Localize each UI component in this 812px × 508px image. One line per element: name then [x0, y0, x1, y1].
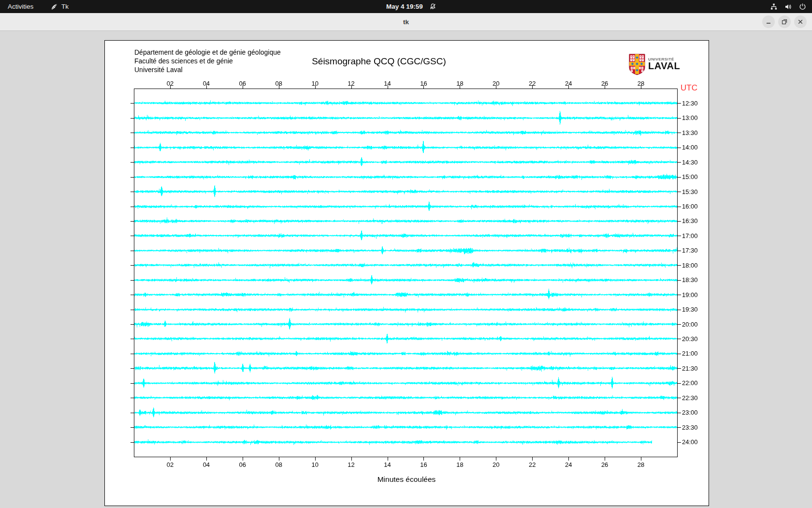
x-tick-label-bottom: 24 [565, 461, 572, 468]
plot-title: Séismographe QCQ (CGC/GSC) [312, 56, 446, 67]
x-tick-label-top: 22 [529, 80, 536, 87]
clock-label: May 4 19:59 [386, 3, 423, 10]
x-tick-label-top: 04 [203, 80, 210, 87]
close-icon [797, 18, 804, 26]
utc-time-label: 18:30 [682, 276, 698, 284]
x-tick-label-bottom: 12 [348, 461, 354, 468]
power-icon [799, 3, 806, 10]
utc-time-label: 14:30 [682, 159, 698, 166]
university-laval-logo: UNIVERSITÉ LAVAL [629, 54, 680, 75]
volume-icon [784, 3, 792, 11]
x-tick-label-bottom: 22 [529, 461, 536, 468]
utc-time-label: 16:00 [682, 203, 698, 210]
minimize-button[interactable] [762, 15, 775, 28]
network-wired-icon [770, 3, 778, 11]
system-menu-button[interactable] [770, 0, 806, 13]
x-tick-label-bottom: 06 [239, 461, 246, 468]
close-button[interactable] [794, 15, 807, 28]
app-indicator-label: Tk [61, 3, 69, 10]
utc-time-label: 17:30 [682, 247, 698, 254]
utc-time-label: 12:30 [682, 100, 698, 107]
utc-time-label: 13:30 [682, 129, 698, 136]
logo-line-laval: LAVAL [648, 61, 680, 70]
x-axis-label: Minutes écoulées [377, 475, 436, 484]
restore-button[interactable] [778, 15, 791, 28]
x-tick-label-top: 14 [384, 80, 391, 87]
utc-time-label: 23:30 [682, 424, 698, 431]
restore-icon [781, 18, 788, 26]
institution-header: Département de géologie et de génie géol… [134, 48, 281, 74]
utc-time-label: 22:30 [682, 394, 698, 402]
utc-time-label: 17:00 [682, 232, 698, 239]
clock-menu-button[interactable]: May 4 19:59 [386, 0, 436, 13]
x-tick-label-top: 26 [601, 80, 608, 87]
x-tick-label-top: 12 [348, 80, 354, 87]
x-tick-label-top: 02 [167, 80, 174, 87]
x-tick-label-top: 20 [493, 80, 499, 87]
activities-button[interactable]: Activities [5, 0, 36, 13]
utc-time-label: 13:00 [682, 114, 698, 121]
x-tick-label-top: 08 [275, 80, 282, 87]
utc-time-label: 19:00 [682, 291, 698, 299]
notifications-muted-icon [429, 3, 436, 10]
seismograph-canvas: 0202040406060808101012121414161618182020… [104, 40, 709, 506]
utc-time-label: 23:00 [682, 409, 698, 416]
x-tick-label-bottom: 08 [275, 461, 282, 468]
x-tick-label-bottom: 04 [203, 461, 210, 468]
x-tick-label-bottom: 16 [420, 461, 427, 468]
utc-time-label: 15:00 [682, 173, 698, 180]
tk-window-background: 0202040406060808101012121414161618182020… [0, 31, 812, 508]
header-line-3: Université Laval [134, 65, 281, 74]
helicorder-plot [105, 41, 709, 506]
x-tick-label-bottom: 18 [456, 461, 463, 468]
utc-label: UTC [681, 83, 697, 93]
tk-feather-icon [50, 3, 58, 11]
x-tick-label-top: 18 [456, 80, 463, 87]
utc-time-label: 24:00 [682, 438, 698, 446]
utc-time-label: 16:30 [682, 217, 698, 224]
top-bar: Activities Tk May 4 19:59 [0, 0, 812, 13]
header-line-2: Faculté des sciences et de génie [134, 57, 281, 65]
x-tick-label-top: 10 [311, 80, 318, 87]
header-line-1: Département de géologie et de génie géol… [134, 48, 281, 57]
utc-time-label: 18:00 [682, 262, 698, 269]
window-titlebar[interactable]: tk [0, 13, 812, 31]
utc-time-label: 15:30 [682, 188, 698, 195]
x-tick-label-top: 16 [420, 80, 427, 87]
x-tick-label-bottom: 14 [384, 461, 391, 468]
x-tick-label-bottom: 02 [167, 461, 174, 468]
x-tick-label-bottom: 20 [493, 461, 499, 468]
utc-time-label: 22:00 [682, 379, 698, 387]
utc-time-label: 20:00 [682, 321, 698, 328]
x-tick-label-top: 06 [239, 80, 246, 87]
x-tick-label-bottom: 26 [601, 461, 608, 468]
utc-time-label: 20:30 [682, 335, 698, 343]
utc-time-label: 14:00 [682, 144, 698, 151]
laval-logo-text: UNIVERSITÉ LAVAL [648, 54, 680, 70]
laval-shield-icon [629, 54, 645, 75]
window-controls [762, 15, 807, 28]
utc-time-label: 21:30 [682, 365, 698, 372]
x-tick-label-top: 28 [638, 80, 644, 87]
window-title: tk [403, 18, 409, 26]
x-tick-label-bottom: 28 [638, 461, 644, 468]
x-tick-label-top: 24 [565, 80, 572, 87]
x-tick-label-bottom: 10 [311, 461, 318, 468]
app-indicator-tk[interactable]: Tk [47, 0, 72, 13]
utc-time-label: 21:00 [682, 350, 698, 357]
utc-time-label: 19:30 [682, 306, 698, 313]
minimize-icon [765, 18, 772, 26]
